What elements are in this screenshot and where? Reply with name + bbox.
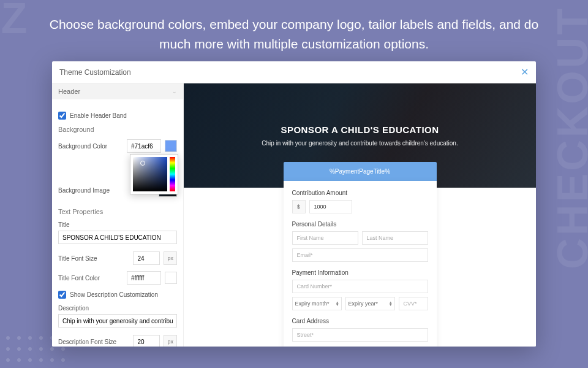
enable-header-label: Enable Header Band bbox=[70, 112, 127, 119]
title-font-color-label: Title Font Color bbox=[58, 275, 123, 282]
payment-info-label: Payment Information bbox=[292, 269, 428, 276]
title-font-color-input[interactable] bbox=[127, 271, 161, 285]
show-desc-label: Show Description Customization bbox=[70, 291, 158, 298]
title-font-size-label: Title Font Size bbox=[58, 255, 129, 262]
bg-color-input[interactable] bbox=[127, 139, 161, 153]
sidebar-panel: Header ⌄ Enable Header Band Background B… bbox=[52, 83, 184, 347]
expiry-year-select[interactable]: Expiry year*▴▾ bbox=[345, 297, 395, 310]
window-titlebar: Theme Customization ✕ bbox=[52, 61, 536, 83]
card-address-label: Card Address bbox=[292, 318, 428, 324]
show-desc-checkbox[interactable] bbox=[58, 291, 66, 299]
chevron-down-icon: ⌄ bbox=[172, 88, 177, 94]
hero-description: Chip in with your generosity and contrib… bbox=[262, 140, 458, 147]
title-font-size-unit: px bbox=[164, 251, 177, 265]
hero-title: SPONSOR A CHILD'S EDUCATION bbox=[281, 125, 439, 135]
description-label: Description bbox=[58, 305, 177, 312]
window-title: Theme Customization bbox=[59, 68, 131, 77]
currency-symbol: $ bbox=[292, 200, 306, 213]
last-name-input[interactable]: Last Name bbox=[362, 231, 428, 245]
desc-font-size-input[interactable] bbox=[133, 335, 160, 347]
title-font-size-input[interactable] bbox=[133, 251, 160, 265]
theme-customization-window: Theme Customization ✕ Header ⌄ Enable He… bbox=[52, 61, 536, 347]
contribution-label: Contribution Amount bbox=[292, 190, 428, 196]
preview-pane: SPONSOR A CHILD'S EDUCATION Chip in with… bbox=[184, 83, 536, 347]
personal-details-label: Personal Details bbox=[292, 221, 428, 228]
section-header-label: Header bbox=[58, 88, 80, 95]
title-font-color-swatch[interactable] bbox=[165, 272, 177, 284]
bg-decor-left: IZ bbox=[0, 0, 28, 43]
title-label: Title bbox=[58, 221, 177, 228]
payment-form-header: %PaymentPageTitle% bbox=[284, 162, 437, 181]
color-picker-hue[interactable] bbox=[170, 157, 175, 191]
text-props-heading: Text Properties bbox=[58, 208, 177, 215]
background-heading: Background bbox=[58, 126, 177, 133]
first-name-input[interactable]: First Name bbox=[292, 231, 358, 245]
close-icon[interactable]: ✕ bbox=[521, 66, 529, 78]
description-input[interactable] bbox=[58, 314, 177, 328]
payment-form: %PaymentPageTitle% Contribution Amount $… bbox=[284, 162, 437, 347]
color-picker-popover[interactable] bbox=[130, 154, 178, 194]
color-picker-gradient[interactable] bbox=[133, 157, 167, 191]
bg-color-label: Background Color bbox=[58, 143, 123, 150]
desc-font-size-unit: px bbox=[164, 335, 177, 347]
bg-color-swatch[interactable] bbox=[165, 140, 177, 152]
section-header-toggle[interactable]: Header ⌄ bbox=[52, 83, 183, 99]
enable-header-checkbox[interactable] bbox=[58, 112, 66, 120]
cvv-input[interactable]: CVV* bbox=[399, 297, 428, 310]
desc-font-size-label: Description Font Size bbox=[58, 339, 129, 345]
amount-input[interactable]: 1000 bbox=[309, 200, 352, 213]
expiry-month-select[interactable]: Expiry month*▴▾ bbox=[292, 297, 342, 310]
email-input[interactable]: Email* bbox=[292, 248, 428, 262]
card-number-input[interactable]: Card Number* bbox=[292, 280, 428, 293]
page-headline: Choose background colors, embed your com… bbox=[0, 0, 588, 64]
street-input[interactable]: Street* bbox=[292, 328, 428, 342]
bg-decor-right: CHECKOUT bbox=[548, 6, 588, 269]
title-input[interactable] bbox=[58, 231, 177, 244]
